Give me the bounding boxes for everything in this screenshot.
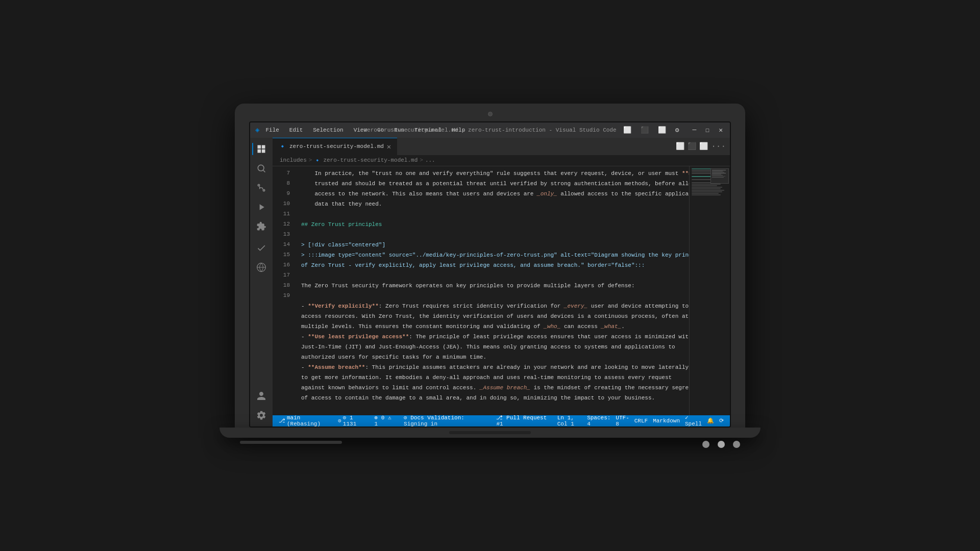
code-line-19 (301, 403, 689, 413)
branch-label: main (Rebasing) (287, 415, 329, 427)
editor-content[interactable]: 7 8 9 10 11 12 13 14 15 16 17 (273, 166, 730, 415)
tab-file-icon: 🔹 (279, 143, 286, 151)
code-line-12b: of Zero Trust - verify explicitly, apply… (301, 260, 689, 270)
dot-3 (733, 441, 740, 448)
status-ln-col[interactable]: Ln 1, Col 1 (555, 415, 584, 427)
restore-button[interactable]: ☐ (703, 126, 712, 134)
close-button[interactable]: ✕ (717, 126, 725, 134)
remote-icon[interactable] (253, 259, 270, 276)
status-line-ending[interactable]: CRLF (632, 418, 650, 424)
sync-icon: ⊙ (338, 417, 341, 424)
code-line-11: > [!div class="centered"] (301, 240, 689, 250)
status-encoding[interactable]: UTF-8 (614, 415, 631, 427)
code-line-16c: multiple levels. This ensures the consta… (301, 321, 689, 332)
code-line-7b: trusted and should be treated as a poten… (301, 179, 689, 189)
status-language[interactable]: Markdown (651, 418, 682, 424)
menu-selection[interactable]: Selection (311, 126, 345, 134)
tab-close-button[interactable]: ✕ (387, 142, 391, 151)
window-controls[interactable]: ⬜ ⬛ ⬜ ⚙ — ☐ ✕ (621, 126, 725, 134)
tab-bar: 🔹 zero-trust-security-model.md ✕ ⬜ ⬛ ⬜ ·… (273, 138, 730, 155)
status-errors[interactable]: ⊗ 0 ⚠ 1 (373, 415, 397, 427)
ln-col-label: Ln 1, Col 1 (557, 415, 582, 427)
code-line-10 (301, 230, 689, 240)
line-ending-label: CRLF (634, 418, 648, 424)
breadcrumb-filename[interactable]: zero-trust-security-model.md (323, 157, 418, 163)
editor-area: 🔹 zero-trust-security-model.md ✕ ⬜ ⬛ ⬜ ·… (273, 138, 730, 427)
code-line-18d: of access to contain the damage to a sma… (301, 393, 689, 403)
status-remote[interactable]: ⟳ (717, 417, 726, 424)
toggle-sidebar-icon[interactable]: ⬛ (688, 142, 696, 151)
breadcrumb-includes[interactable]: includes (280, 157, 307, 163)
status-spaces[interactable]: Spaces: 4 (585, 415, 612, 427)
breadcrumb-file-icon: 🔹 (314, 157, 321, 164)
split-editor-icon[interactable]: ⬜ (676, 142, 684, 151)
activity-bar (250, 138, 273, 427)
spaces-label: Spaces: 4 (587, 415, 610, 427)
layout-icon-3[interactable]: ⬜ (656, 126, 668, 134)
breadcrumb-sep-1: > (309, 157, 312, 163)
laptop-camera (488, 112, 493, 116)
explorer-icon[interactable] (253, 141, 270, 157)
code-line-7c: access to the network. This also means t… (301, 189, 689, 199)
line-numbers: 7 8 9 10 11 12 13 14 15 16 17 (273, 166, 294, 415)
branch-icon: ⎇ (279, 417, 285, 424)
code-line-17c: authorized users for specific tasks for … (301, 352, 689, 362)
layout-icon-1[interactable]: ⬜ (621, 126, 633, 134)
status-docs[interactable]: ⊙ Docs Validation: Signing in (402, 415, 489, 427)
breadcrumb-sep-2: > (420, 157, 423, 163)
status-spell[interactable]: ✓ Spell (683, 414, 704, 427)
status-branch[interactable]: ⎇ main (Rebasing) (277, 415, 331, 427)
run-debug-icon[interactable] (253, 199, 270, 215)
code-line-9: ## Zero Trust principles (301, 219, 689, 230)
laptop-feet (219, 438, 761, 448)
code-line-14: The Zero Trust security framework operat… (301, 281, 689, 291)
menu-edit[interactable]: Edit (287, 126, 305, 134)
window-title: zero-trust-security-model.md - zero-trus… (363, 127, 616, 133)
code-line-16a: - **Verify explicitly**: Zero Trust requ… (301, 301, 689, 311)
code-line-17b: Just-In-Time (JIT) and Just-Enough-Acces… (301, 342, 689, 352)
status-sync[interactable]: ⊙ ⊙ 1 1131 (336, 415, 367, 427)
code-line-7: In practice, the "trust no one and verif… (301, 168, 689, 179)
testing-icon[interactable] (253, 240, 270, 256)
docs-label: ⊙ Docs Validation: Signing in (404, 414, 487, 427)
code-line-18a: - **Assume breach**: This principle assu… (301, 362, 689, 372)
status-pr[interactable]: ⎇ Pull Request #1 (494, 415, 550, 427)
manage-icon[interactable] (253, 407, 270, 423)
status-feedback[interactable]: 🔔 (705, 417, 716, 424)
spell-label: ✓ Spell (685, 414, 702, 427)
pr-label: ⎇ Pull Request #1 (496, 414, 548, 427)
status-bar: ⎇ main (Rebasing) ⊙ ⊙ 1 1131 ⊗ 0 ⚠ 1 (273, 415, 730, 427)
extensions-icon[interactable] (253, 218, 270, 235)
search-icon[interactable] (253, 160, 270, 177)
tab-actions: ⬜ ⬛ ⬜ ··· (676, 138, 730, 155)
tab-filename: zero-trust-security-model.md (289, 143, 384, 149)
laptop-screen: ◈ File Edit Selection View Go Run Termin… (249, 121, 731, 428)
code-line-13 (301, 270, 689, 281)
breadcrumb-ellipsis[interactable]: ... (425, 157, 435, 163)
indicator-dots (702, 441, 740, 448)
code-line-17a: - **Use least privilege access**: The pr… (301, 332, 689, 342)
encoding-label: UTF-8 (616, 415, 629, 427)
trackpad (449, 431, 531, 434)
layout-icon-2[interactable]: ⬛ (639, 126, 651, 134)
more-actions-icon[interactable]: ··· (711, 142, 726, 151)
source-control-icon[interactable] (253, 180, 270, 196)
minimize-button[interactable]: — (691, 126, 699, 134)
menu-file[interactable]: File (263, 126, 281, 134)
active-tab[interactable]: 🔹 zero-trust-security-model.md ✕ (273, 138, 397, 155)
svg-line-1 (263, 170, 265, 172)
settings-icon[interactable]: ⚙ (673, 126, 681, 134)
code-line-7d: data that they need. (301, 199, 689, 209)
code-line-15 (301, 291, 689, 301)
laptop-base (219, 428, 761, 438)
status-right: Ln 1, Col 1 Spaces: 4 UTF-8 CRLF (555, 414, 726, 427)
svg-point-0 (258, 165, 264, 171)
language-label: Markdown (653, 418, 680, 424)
code-content[interactable]: In practice, the "trust no one and verif… (294, 166, 689, 415)
editor-layout-icon[interactable]: ⬜ (699, 142, 708, 151)
minimap (689, 166, 730, 415)
errors-label: ⊗ 0 ⚠ 1 (375, 414, 395, 427)
sync-label: ⊙ 1 1131 (343, 414, 365, 427)
accounts-icon[interactable] (253, 388, 270, 404)
code-line-16b: access resources. With Zero Trust, the i… (301, 311, 689, 321)
